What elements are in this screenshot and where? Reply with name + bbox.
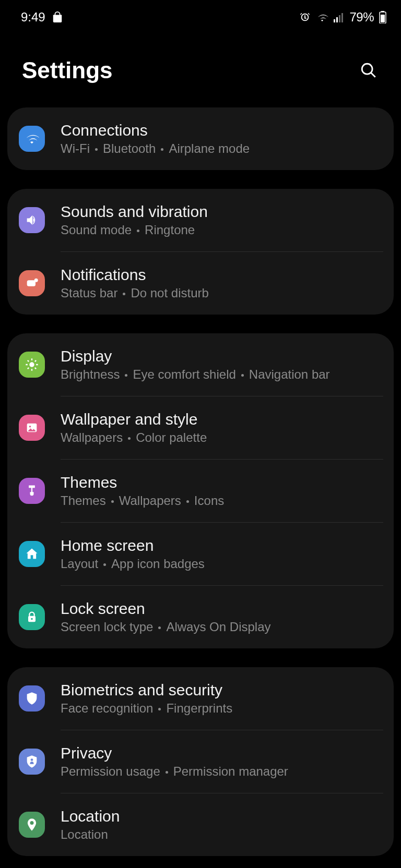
item-title: Privacy (61, 744, 383, 762)
status-time: 9:49 (21, 10, 45, 25)
item-subtitle: LayoutApp icon badges (61, 557, 383, 571)
item-subtitle: Screen lock typeAlways On Display (61, 620, 383, 634)
svg-point-7 (362, 64, 372, 74)
settings-list: ConnectionsWi-FiBluetoothAirplane modeSo… (0, 107, 401, 856)
item-title: Notifications (61, 266, 383, 284)
svg-rect-3 (341, 13, 343, 22)
settings-item-sounds[interactable]: Sounds and vibrationSound modeRingtone (7, 189, 394, 251)
sun-icon (19, 352, 45, 378)
lock-icon (19, 604, 45, 630)
item-title: Lock screen (61, 600, 383, 618)
wifi-status-icon (316, 12, 328, 22)
item-title: Biometrics and security (61, 681, 383, 699)
wifi-icon (19, 126, 45, 152)
item-title: Themes (61, 474, 383, 491)
item-body: Lock screenScreen lock typeAlways On Dis… (61, 600, 383, 634)
item-body: Home screenLayoutApp icon badges (61, 537, 383, 571)
settings-header: Settings (0, 29, 401, 107)
alarm-icon (299, 11, 311, 23)
shopping-bag-icon (52, 11, 63, 23)
item-body: ConnectionsWi-FiBluetoothAirplane mode (61, 122, 383, 156)
settings-item-privacy[interactable]: PrivacyPermission usagePermission manage… (7, 730, 394, 793)
settings-group: Biometrics and securityFace recognitionF… (7, 667, 394, 856)
item-subtitle: BrightnessEye comfort shieldNavigation b… (61, 367, 383, 382)
item-body: PrivacyPermission usagePermission manage… (61, 744, 383, 779)
settings-item-location[interactable]: LocationLocation (7, 793, 394, 856)
item-subtitle: WallpapersColor palette (61, 430, 383, 445)
brush-icon (19, 478, 45, 504)
signal-icon (334, 12, 344, 22)
settings-group: ConnectionsWi-FiBluetoothAirplane mode (7, 107, 394, 170)
svg-rect-6 (381, 15, 385, 22)
svg-line-8 (371, 73, 375, 77)
item-title: Display (61, 347, 383, 365)
item-body: ThemesThemesWallpapersIcons (61, 474, 383, 508)
item-subtitle: Status barDo not disturb (61, 286, 383, 300)
notif-icon (19, 270, 45, 296)
settings-item-notifications[interactable]: NotificationsStatus barDo not disturb (7, 252, 394, 315)
settings-item-biometrics[interactable]: Biometrics and securityFace recognitionF… (7, 667, 394, 730)
search-button[interactable] (358, 60, 379, 81)
item-body: Wallpaper and styleWallpapersColor palet… (61, 411, 383, 445)
item-body: DisplayBrightnessEye comfort shieldNavig… (61, 347, 383, 382)
settings-item-display[interactable]: DisplayBrightnessEye comfort shieldNavig… (7, 333, 394, 396)
battery-icon (379, 11, 386, 23)
item-subtitle: Face recognitionFingerprints (61, 701, 383, 716)
item-body: Biometrics and securityFace recognitionF… (61, 681, 383, 716)
settings-group: Sounds and vibrationSound modeRingtoneNo… (7, 189, 394, 315)
item-subtitle: Permission usagePermission manager (61, 764, 383, 779)
item-body: NotificationsStatus barDo not disturb (61, 266, 383, 300)
settings-item-wallpaper[interactable]: Wallpaper and styleWallpapersColor palet… (7, 396, 394, 459)
item-title: Wallpaper and style (61, 411, 383, 428)
shield-icon (19, 685, 45, 712)
picture-icon (19, 415, 45, 441)
settings-item-connections[interactable]: ConnectionsWi-FiBluetoothAirplane mode (7, 107, 394, 170)
item-subtitle: ThemesWallpapersIcons (61, 493, 383, 508)
item-body: LocationLocation (61, 807, 383, 842)
pin-icon (19, 812, 45, 838)
item-subtitle: Wi-FiBluetoothAirplane mode (61, 141, 383, 156)
status-bar: 9:49 79% (0, 0, 401, 29)
item-title: Sounds and vibration (61, 203, 383, 221)
item-title: Connections (61, 122, 383, 139)
settings-item-homescreen[interactable]: Home screenLayoutApp icon badges (7, 523, 394, 585)
item-title: Home screen (61, 537, 383, 554)
svg-rect-2 (339, 15, 340, 22)
item-title: Location (61, 807, 383, 825)
item-subtitle: Location (61, 827, 383, 842)
search-icon (360, 62, 378, 79)
settings-group: DisplayBrightnessEye comfort shieldNavig… (7, 333, 394, 648)
svg-rect-1 (336, 17, 338, 22)
page-title: Settings (22, 57, 113, 83)
item-body: Sounds and vibrationSound modeRingtone (61, 203, 383, 237)
privacy-icon (19, 749, 45, 775)
battery-percent: 79% (349, 10, 374, 25)
svg-rect-0 (334, 19, 335, 22)
home-icon (19, 541, 45, 567)
item-subtitle: Sound modeRingtone (61, 223, 383, 237)
settings-item-lockscreen[interactable]: Lock screenScreen lock typeAlways On Dis… (7, 586, 394, 648)
settings-item-themes[interactable]: ThemesThemesWallpapersIcons (7, 460, 394, 522)
volume-icon (19, 207, 45, 233)
